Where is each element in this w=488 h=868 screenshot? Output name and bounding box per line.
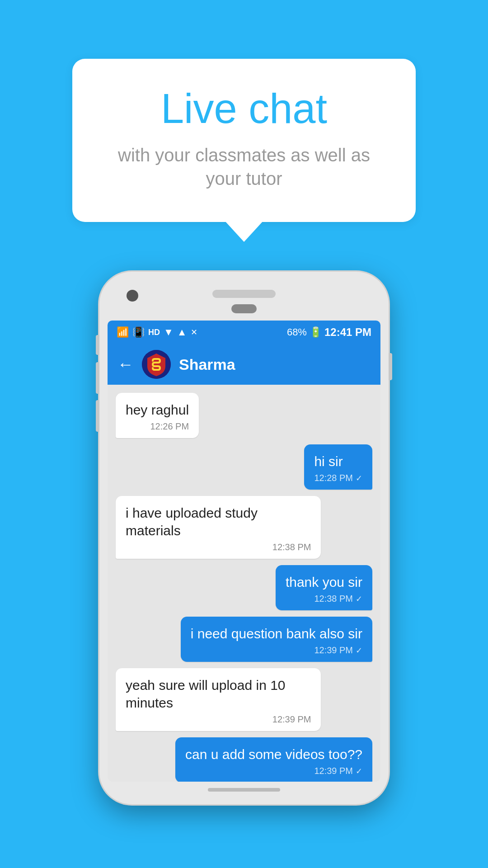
silent-button <box>96 400 99 432</box>
read-receipt-icon: ✓ <box>356 646 362 656</box>
vibrate-icon: 📳 <box>132 326 145 338</box>
volume-down-button <box>96 362 99 394</box>
message-text: hey raghul <box>126 401 189 419</box>
earpiece-speaker <box>212 290 276 298</box>
message-3: i have uploaded study materials 12:38 PM <box>116 496 321 559</box>
phone-top <box>108 282 380 304</box>
message-6: yeah sure will upload in 10 minutes 12:3… <box>116 668 321 731</box>
phone-frame: 📶 📳 HD ▼ ▲ ✕ 68% 🔋 12:41 PM ← <box>99 272 389 804</box>
message-4: thank you sir 12:38 PM ✓ <box>276 565 372 610</box>
status-left-icons: 📶 📳 HD ▼ ▲ ✕ <box>117 326 197 338</box>
hd-label: HD <box>148 328 160 337</box>
message-time: 12:28 PM <box>314 473 353 483</box>
message-time: 12:38 PM <box>314 594 353 604</box>
message-meta: 12:38 PM ✓ <box>286 594 362 604</box>
main-title: Live chat <box>108 86 380 132</box>
message-meta: 12:26 PM <box>126 421 189 432</box>
phone-screen: 📶 📳 HD ▼ ▲ ✕ 68% 🔋 12:41 PM ← <box>108 321 380 782</box>
message-1: hey raghul 12:26 PM <box>116 393 199 438</box>
status-right-info: 68% 🔋 12:41 PM <box>287 326 371 339</box>
message-meta: 12:39 PM ✓ <box>191 645 362 656</box>
message-text: thank you sir <box>286 573 362 591</box>
front-camera <box>127 290 138 302</box>
bluetooth-icon: 📶 <box>117 326 129 338</box>
message-2: hi sir 12:28 PM ✓ <box>304 444 372 490</box>
message-meta: 12:39 PM ✓ <box>185 766 362 776</box>
signal-icon: ▲ <box>177 326 187 338</box>
message-text: can u add some videos too?? <box>185 745 362 763</box>
message-text: hi sir <box>314 453 362 470</box>
chat-body[interactable]: hey raghul 12:26 PM hi sir 12:28 PM ✓ i … <box>108 385 380 782</box>
message-time: 12:39 PM <box>314 766 353 776</box>
status-bar: 📶 📳 HD ▼ ▲ ✕ 68% 🔋 12:41 PM <box>108 321 380 344</box>
message-time: 12:39 PM <box>314 645 353 656</box>
back-button[interactable]: ← <box>117 355 134 374</box>
chat-header: ← Sharma <box>108 344 380 385</box>
message-5: i need question bank also sir 12:39 PM ✓ <box>181 617 372 662</box>
message-meta: 12:39 PM <box>126 714 311 725</box>
message-text: i need question bank also sir <box>191 625 362 642</box>
read-receipt-icon: ✓ <box>356 473 362 483</box>
volume-up-button <box>96 335 99 355</box>
read-receipt-icon: ✓ <box>356 594 362 604</box>
phone-mockup: 📶 📳 HD ▼ ▲ ✕ 68% 🔋 12:41 PM ← <box>99 272 389 804</box>
message-meta: 12:38 PM <box>126 542 311 552</box>
message-7: can u add some videos too?? 12:39 PM ✓ <box>175 737 372 782</box>
contact-name: Sharma <box>179 356 235 373</box>
signal-x-icon: ✕ <box>191 327 197 337</box>
time-display: 12:41 PM <box>324 326 371 339</box>
home-button[interactable] <box>231 304 257 313</box>
speech-bubble-card: Live chat with your classmates as well a… <box>72 59 416 222</box>
contact-avatar <box>142 350 171 379</box>
battery-icon: 🔋 <box>310 326 322 338</box>
read-receipt-icon: ✓ <box>356 766 362 776</box>
message-time: 12:26 PM <box>150 421 189 432</box>
power-button <box>389 353 392 380</box>
message-meta: 12:28 PM ✓ <box>314 473 362 483</box>
message-text: i have uploaded study materials <box>126 504 311 539</box>
message-time: 12:39 PM <box>272 714 311 725</box>
message-time: 12:38 PM <box>272 542 311 552</box>
battery-percent: 68% <box>287 326 307 338</box>
message-text: yeah sure will upload in 10 minutes <box>126 676 311 712</box>
subtitle: with your classmates as well as your tut… <box>108 143 380 190</box>
wifi-icon: ▼ <box>164 326 174 338</box>
home-indicator <box>208 788 280 792</box>
